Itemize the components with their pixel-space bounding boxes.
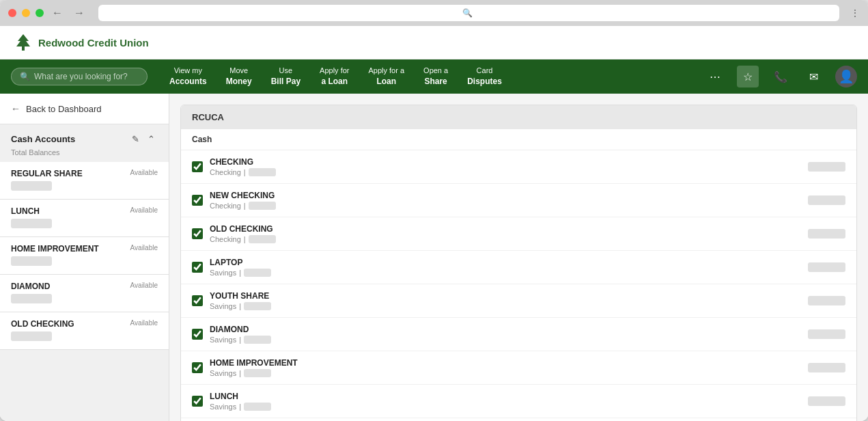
laptop-checkbox[interactable]: [192, 262, 203, 273]
laptop-number: [244, 269, 271, 277]
collapse-accounts-button[interactable]: ⌃: [145, 133, 158, 146]
chat-button[interactable]: ☆: [737, 66, 759, 87]
sidebar-account-name-old-checking: OLD CHECKING: [11, 319, 74, 329]
checking-balance: [808, 162, 845, 172]
new-checking-balance: [808, 195, 845, 205]
home-improvement-separator: |: [239, 369, 241, 377]
nav-item-carloan[interactable]: Apply for a Loan: [360, 62, 412, 92]
youth-share-info: YOUTH SHARE Savings |: [210, 291, 808, 310]
old-checking-checkbox[interactable]: [192, 228, 203, 239]
address-bar[interactable]: 🔍: [98, 5, 839, 21]
old-checking-separator: |: [244, 235, 246, 243]
nav-item-loan[interactable]: Apply for a Loan: [311, 62, 357, 92]
old-checking-number: [249, 235, 276, 243]
table-row: REGULAR SHARE Savings |: [181, 418, 856, 421]
back-arrow-icon: ←: [11, 103, 20, 114]
diamond-info: DIAMOND Savings |: [210, 325, 808, 344]
logo-area: Redwood Credit Union: [14, 33, 149, 52]
new-checking-sub: Checking |: [210, 202, 808, 210]
sidebar-account-balance-lunch: [11, 219, 52, 228]
browser-forward-button[interactable]: →: [71, 7, 87, 19]
browser-close-dot[interactable]: [8, 9, 16, 17]
checking-type: Checking: [210, 168, 241, 176]
nav-item-disputes[interactable]: Card Disputes: [459, 62, 510, 92]
home-improvement-checkbox[interactable]: [192, 362, 203, 373]
lunch-name: LUNCH: [210, 392, 808, 401]
lunch-separator: |: [239, 403, 241, 411]
nav-loan-bottom: a Loan: [320, 76, 349, 87]
browser-maximize-dot[interactable]: [36, 9, 44, 17]
checking-info: CHECKING Checking |: [210, 157, 808, 176]
phone-button[interactable]: 📞: [770, 66, 792, 87]
nav-item-accounts[interactable]: View my Accounts: [161, 62, 215, 92]
sidebar-account-label-home-improvement: Available: [130, 244, 158, 252]
search-icon: 🔍: [20, 72, 30, 81]
logo-tree-icon: [14, 33, 33, 52]
youth-share-type: Savings: [210, 302, 236, 310]
panel-section-title: RCUCA: [181, 105, 856, 129]
old-checking-name: OLD CHECKING: [210, 224, 808, 234]
sidebar-account-label-regular-share: Available: [130, 169, 158, 176]
home-improvement-number: [244, 369, 271, 377]
checking-separator: |: [244, 168, 246, 176]
nav-item-share[interactable]: Open a Share: [415, 62, 456, 92]
sidebar-actions: ✎ ⌃: [129, 133, 158, 146]
table-row: LAPTOP Savings |: [181, 251, 856, 284]
browser-minimize-dot[interactable]: [22, 9, 30, 17]
new-checking-number: [249, 202, 276, 210]
checking-checkbox[interactable]: [192, 161, 203, 172]
sidebar-item-lunch[interactable]: LUNCH Available: [0, 200, 169, 237]
nav-item-money[interactable]: Move Money: [218, 62, 260, 92]
nav-carloan-bottom: Loan: [368, 76, 404, 87]
sidebar-account-balance-home-improvement: [11, 256, 52, 266]
nav-items: View my Accounts Move Money Use Bill Pay…: [161, 62, 704, 92]
more-options-button[interactable]: ⋯: [704, 66, 726, 87]
sidebar-section-header: Cash Accounts ✎ ⌃: [0, 124, 169, 148]
checking-sub: Checking |: [210, 168, 808, 176]
sidebar-item-old-checking[interactable]: OLD CHECKING Available: [0, 312, 169, 350]
sidebar-item-regular-share[interactable]: REGULAR SHARE Available: [0, 162, 169, 200]
back-label: Back to Dashboard: [26, 104, 102, 114]
diamond-sub: Savings |: [210, 336, 808, 344]
edit-accounts-button[interactable]: ✎: [129, 133, 142, 146]
home-improvement-type: Savings: [210, 369, 236, 377]
table-row: OLD CHECKING Checking |: [181, 217, 856, 251]
table-row: NEW CHECKING Checking |: [181, 184, 856, 217]
old-checking-info: OLD CHECKING Checking |: [210, 224, 808, 243]
diamond-type: Savings: [210, 336, 236, 344]
app-content: Redwood Credit Union 🔍 View my Accounts …: [0, 26, 868, 421]
nav-bar: 🔍 View my Accounts Move Money Use Bill P…: [0, 59, 868, 94]
sidebar-item-home-improvement[interactable]: HOME IMPROVEMENT Available: [0, 237, 169, 275]
new-checking-separator: |: [244, 202, 246, 210]
youth-share-checkbox[interactable]: [192, 295, 203, 306]
nav-accounts-bottom: Accounts: [169, 76, 207, 87]
nav-share-top: Open a: [423, 66, 448, 76]
sidebar-account-balance-old-checking: [11, 331, 52, 341]
nav-money-top: Move: [226, 66, 252, 76]
sidebar-item-diamond[interactable]: DIAMOND Available: [0, 275, 169, 312]
sidebar-account-label-old-checking: Available: [130, 319, 158, 327]
lunch-balance: [808, 396, 845, 406]
checking-name: CHECKING: [210, 157, 808, 167]
sidebar-account-name-regular-share: REGULAR SHARE: [11, 169, 83, 178]
logo-text: Redwood Credit Union: [38, 37, 149, 49]
nav-item-billpay[interactable]: Use Bill Pay: [263, 62, 309, 92]
old-checking-balance: [808, 229, 845, 239]
diamond-number: [244, 336, 271, 344]
sidebar-account-label-diamond: Available: [130, 282, 158, 289]
mail-button[interactable]: ✉: [802, 66, 824, 87]
new-checking-checkbox[interactable]: [192, 195, 203, 206]
diamond-checkbox[interactable]: [192, 329, 203, 340]
user-avatar[interactable]: 👤: [835, 66, 857, 87]
lunch-checkbox[interactable]: [192, 396, 203, 407]
sidebar-account-name-home-improvement: HOME IMPROVEMENT: [11, 244, 99, 254]
back-to-dashboard-button[interactable]: ← Back to Dashboard: [0, 94, 169, 124]
table-row: CHECKING Checking |: [181, 150, 856, 184]
laptop-type: Savings: [210, 269, 236, 277]
browser-back-button[interactable]: ←: [49, 7, 66, 19]
diamond-name: DIAMOND: [210, 325, 808, 334]
search-box[interactable]: 🔍: [11, 68, 148, 85]
nav-disputes-top: Card: [467, 66, 502, 76]
search-input[interactable]: [34, 72, 139, 81]
laptop-sub: Savings |: [210, 269, 808, 277]
